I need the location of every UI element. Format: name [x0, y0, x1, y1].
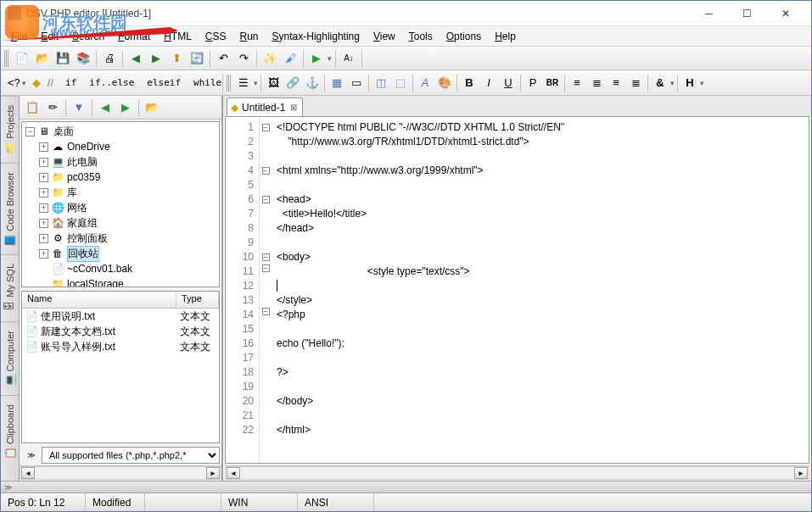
back-button[interactable]: ◀ — [126, 49, 145, 68]
run-button[interactable]: ▶ — [307, 49, 326, 68]
editor-tab-untitled[interactable]: ◆ Untitled-1 ⊠ — [227, 97, 303, 116]
menu-file[interactable]: File — [4, 28, 34, 45]
code-text[interactable]: <!DOCTYPE html PUBLIC "-//W3C//DTD XHTML… — [272, 117, 809, 463]
menu-html[interactable]: HTML — [157, 28, 199, 45]
file-filter-select[interactable]: All supported files (*.php,*.php2,* — [42, 447, 220, 464]
left-panel: 📋 ✏ ▼ ◀ ▶ 📂 −🖥桌面+☁OneDrive+💻此电脑+📁pc0359+… — [20, 96, 223, 481]
save-button[interactable]: 💾 — [53, 49, 72, 68]
file-row[interactable]: 📄新建文本文档.txt文本文 — [22, 324, 219, 339]
file-row[interactable]: 📄使用说明.txt文本文 — [22, 309, 219, 324]
snippet-elseif-button[interactable]: elseif — [141, 74, 187, 92]
span-button[interactable]: ⬚ — [391, 74, 410, 92]
div-button[interactable]: ◫ — [372, 74, 390, 92]
tree-item[interactable]: +📁pc0359 — [24, 170, 217, 185]
tree-item[interactable]: 📄~cConv01.bak — [24, 261, 217, 276]
fold-strip[interactable]: −−−−−− — [260, 117, 272, 463]
redo-button[interactable]: ↷ — [234, 49, 253, 68]
snippet-class-button[interactable]: ◆ — [31, 74, 42, 92]
explorer-toolbar: 📋 ✏ ▼ ◀ ▶ 📂 — [20, 96, 221, 120]
tree-item[interactable]: +🗑回收站 — [24, 246, 217, 261]
tree-item[interactable]: +💻此电脑 — [24, 154, 217, 170]
tree-item[interactable]: +🌐网络 — [24, 200, 217, 215]
side-tab-clipboard[interactable]: 📋Clipboard — [1, 395, 19, 468]
open-file-button[interactable]: 📂 — [33, 49, 52, 68]
brush-button[interactable]: 🖌 — [281, 49, 300, 68]
tree-item[interactable]: 📁localStorage — [24, 276, 217, 287]
editor-tab-strip: ◆ Untitled-1 ⊠ — [223, 96, 811, 116]
explorer-edit-button[interactable]: ✏ — [43, 98, 62, 117]
snippet-ifelse-button[interactable]: if..else — [83, 74, 140, 92]
forward-button[interactable]: ▶ — [147, 49, 165, 68]
editor-hscroll[interactable]: ◄► — [225, 466, 809, 480]
side-tab-strip: 📁Projects📘Code Browser🗄My SQL💻Computer📋C… — [1, 96, 20, 481]
save-all-button[interactable]: 📚 — [74, 49, 92, 68]
table-button[interactable]: ▦ — [328, 74, 346, 92]
align-justify-button[interactable]: ≣ — [626, 74, 645, 92]
image-button[interactable]: 🖼 — [264, 74, 283, 92]
align-center-button[interactable]: ≣ — [587, 74, 606, 92]
close-button[interactable]: ✕ — [766, 2, 804, 25]
paragraph-button[interactable]: P — [524, 74, 542, 92]
menu-syntaxhighlighting[interactable]: Syntax-Highlighting — [266, 28, 367, 45]
sort-button[interactable]: A↓ — [339, 49, 358, 68]
refresh-button[interactable]: 🔄 — [188, 49, 206, 68]
file-row[interactable]: 📄账号导入样例.txt文本文 — [22, 339, 219, 354]
file-col-type[interactable]: Type — [176, 292, 219, 308]
new-file-button[interactable]: 📄 — [13, 49, 31, 68]
snippet-php-button[interactable]: <? — [7, 74, 21, 92]
bottom-panel-toggle[interactable]: ≫ — [1, 481, 811, 493]
snippet-if-button[interactable]: if — [59, 74, 82, 92]
window-title: DSV PHP editor [Untitled-1] — [26, 8, 690, 19]
color-button[interactable]: 🎨 — [435, 74, 454, 92]
link-button[interactable]: 🔗 — [283, 74, 302, 92]
print-button[interactable]: 🖨 — [100, 49, 119, 68]
align-left-button[interactable]: ≡ — [568, 74, 586, 92]
undo-button[interactable]: ↶ — [214, 49, 232, 68]
explorer-open-button[interactable]: 📂 — [143, 98, 161, 117]
tree-item[interactable]: +📁库 — [24, 185, 217, 200]
line-gutter: 12345678910111213141516171819202122 — [226, 117, 260, 463]
side-tab-my-sql[interactable]: 🗄My SQL — [1, 254, 19, 321]
form-button[interactable]: ▭ — [347, 74, 366, 92]
explorer-back-button[interactable]: ◀ — [96, 98, 115, 117]
snippet-while-button[interactable]: while — [188, 74, 227, 92]
explorer-filter-button[interactable]: ▼ — [70, 98, 88, 117]
tree-item[interactable]: +⚙控制面板 — [24, 231, 217, 246]
special-char-button[interactable]: & — [651, 74, 669, 92]
font-button[interactable]: A — [416, 74, 434, 92]
tree-item[interactable]: +🏠家庭组 — [24, 215, 217, 231]
html-tag-button[interactable]: ☰ — [234, 74, 253, 92]
menu-view[interactable]: View — [367, 28, 402, 45]
snippet-comment-button[interactable]: // — [47, 74, 54, 92]
br-button[interactable]: BR — [543, 74, 562, 92]
tab-close-button[interactable]: ⊠ — [288, 103, 299, 113]
underline-button[interactable]: U — [499, 74, 518, 92]
menu-css[interactable]: CSS — [199, 28, 233, 45]
heading-button[interactable]: H — [680, 74, 699, 92]
tree-item[interactable]: +☁OneDrive — [24, 139, 217, 154]
side-tab-projects[interactable]: 📁Projects — [1, 96, 19, 163]
menu-tools[interactable]: Tools — [402, 28, 440, 45]
side-tab-code-browser[interactable]: 📘Code Browser — [1, 163, 19, 255]
bold-button[interactable]: B — [460, 74, 479, 92]
folder-tree[interactable]: −🖥桌面+☁OneDrive+💻此电脑+📁pc0359+📁库+🌐网络+🏠家庭组+… — [21, 121, 220, 287]
code-editor[interactable]: 12345678910111213141516171819202122 −−−−… — [225, 116, 809, 464]
italic-button[interactable]: I — [479, 74, 498, 92]
maximize-button[interactable]: ☐ — [728, 2, 766, 25]
explorer-home-button[interactable]: 📋 — [23, 98, 42, 117]
menu-options[interactable]: Options — [440, 28, 488, 45]
align-right-button[interactable]: ≡ — [607, 74, 625, 92]
explorer-forward-button[interactable]: ▶ — [116, 98, 135, 117]
left-hscroll[interactable]: ◄► — [20, 466, 221, 480]
minimize-button[interactable]: ─ — [690, 2, 728, 25]
file-col-name[interactable]: Name — [22, 292, 176, 308]
anchor-button[interactable]: ⚓ — [303, 74, 322, 92]
filter-expand-button[interactable]: ≫ — [21, 446, 40, 465]
menu-run[interactable]: Run — [233, 28, 266, 45]
tree-root[interactable]: −🖥桌面 — [24, 124, 217, 139]
up-button[interactable]: ⬆ — [167, 49, 186, 68]
editor-area: ◆ Untitled-1 ⊠ 1234567891011121314151617… — [223, 96, 811, 481]
side-tab-computer[interactable]: 💻Computer — [1, 321, 19, 395]
highlight-button[interactable]: ✨ — [260, 49, 279, 68]
menu-help[interactable]: Help — [488, 28, 523, 45]
